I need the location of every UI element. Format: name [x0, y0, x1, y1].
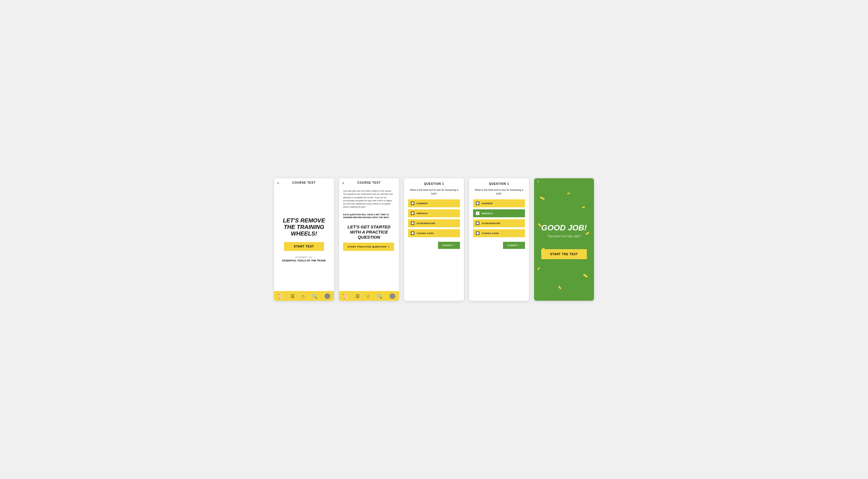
screen-4-question-answered: QUESTION 1 What is the best tool to use …: [469, 178, 529, 301]
screen3-content: QUESTION 1 What is the best tool to use …: [404, 178, 464, 301]
submit-chevron-4: ›: [519, 244, 520, 247]
chevron-right-icon: ›: [388, 245, 389, 248]
nav-book-icon-1[interactable]: 📜: [278, 294, 283, 299]
nav-avatar-1[interactable]: [324, 293, 330, 299]
screen-2-practice: ‹ COURSE TEST This quiz will cover the e…: [339, 178, 399, 301]
screen4-question-text: What is the best tool to use for looseni…: [473, 188, 525, 195]
screen2-title-text: COURSE TEST: [357, 181, 381, 184]
option-label-tuningfork-4: TUNING FORK: [482, 232, 499, 235]
checkbox-tuningfork-4: [476, 232, 479, 235]
screen-1-start: ‹ COURSE TEST LET'S REMOVE THE TRAINING …: [274, 178, 334, 301]
checkbox-wrench-3: [411, 212, 414, 215]
confetti-8: [583, 274, 588, 278]
answer-option-screwdriver-4[interactable]: SCREWDRIVER: [473, 219, 525, 227]
screen3-answer-options: HAMMER WRENCH SCREWDRIVER TUNING FORK: [408, 199, 460, 237]
attempt-info: ATTEMPT 1/2 ESSENTIAL TOOLS OF THE TRADE: [282, 256, 326, 262]
option-label-tuningfork-3: TUNING FORK: [416, 232, 434, 235]
confetti-1: [540, 197, 545, 200]
confetti-10: [558, 286, 561, 289]
checkbox-tuningfork-3: [411, 232, 414, 235]
screen3-question-number: QUESTION 1: [408, 182, 460, 185]
submit-label-3: SUBMIT: [442, 244, 453, 247]
screens-container: ‹ COURSE TEST LET'S REMOVE THE TRAINING …: [274, 178, 594, 301]
screen3-question-text: What is the best tool to use for looseni…: [408, 188, 460, 195]
good-job-title: GOOD JOB!: [541, 224, 587, 232]
nav-book-icon-2[interactable]: 📜: [343, 294, 348, 299]
start-practice-button[interactable]: START PRACTICE QUESTION ›: [343, 243, 394, 251]
start-practice-label: START PRACTICE QUESTION: [348, 245, 386, 248]
submit-button-3[interactable]: SUBMIT ›: [438, 242, 460, 249]
checkbox-hammer-3: [411, 202, 414, 205]
bottom-nav-1: 📜 ☰ ⌂ 🔍: [274, 291, 334, 301]
start-the-test-button[interactable]: START THE TEST: [541, 249, 587, 259]
checkbox-wrench-4: ✓: [476, 212, 479, 215]
screen-3-question: QUESTION 1 What is the best tool to use …: [404, 178, 464, 301]
submit-button-4[interactable]: SUBMIT ›: [503, 242, 525, 249]
confetti-container: [534, 183, 594, 301]
checkbox-hammer-4: [476, 202, 479, 205]
screen3-submit-row: SUBMIT ›: [408, 242, 460, 249]
screen2-practice-title: LET'S GET STARTED WITH A PRACTICE QUESTI…: [343, 225, 395, 240]
screen1-heading: LET'S REMOVE THE TRAINING WHEELS!: [279, 217, 329, 237]
nav-search-icon-1[interactable]: 🔍: [312, 294, 317, 299]
attempt-course: ESSENTIAL TOOLS OF THE TRADE: [282, 259, 326, 262]
confetti-9: [567, 192, 570, 194]
nav-list-icon-2[interactable]: ☰: [355, 294, 360, 299]
answer-option-hammer-4[interactable]: HAMMER: [473, 199, 525, 207]
start-test-button[interactable]: START TEST: [284, 242, 324, 251]
option-label-screwdriver-4: SCREWDRIVER: [482, 222, 500, 225]
checkbox-screwdriver-4: [476, 221, 479, 225]
submit-label-4: SUBMIT: [507, 244, 518, 247]
answer-option-tuningfork-3[interactable]: TUNING FORK: [408, 229, 460, 237]
screen5-content: GOOD JOB! That wasn't too bad, right? ST…: [534, 183, 594, 301]
screen-5-good-job: ‹ GOOD JOB! That wasn't too bad, right? …: [534, 178, 594, 301]
option-label-hammer-3: HAMMER: [416, 202, 428, 205]
screen1-header: ‹ COURSE TEST: [274, 178, 334, 186]
answer-option-screwdriver-3[interactable]: SCREWDRIVER: [408, 219, 460, 227]
back-arrow-5[interactable]: ‹: [537, 179, 539, 183]
answer-option-tuningfork-4[interactable]: TUNING FORK: [473, 229, 525, 237]
screen4-content: QUESTION 1 What is the best tool to use …: [469, 178, 529, 301]
checkbox-screwdriver-3: [411, 221, 414, 225]
screen1-title-text: COURSE TEST: [292, 181, 316, 184]
nav-avatar-2[interactable]: [390, 293, 395, 299]
screen2-description: This quiz will cover the entire content …: [343, 190, 395, 209]
screen4-question-number: QUESTION 1: [473, 182, 525, 185]
bottom-nav-2: 📜 ☰ ⌂ 🔍: [339, 291, 399, 301]
screen2-content: This quiz will cover the entire content …: [339, 186, 399, 291]
submit-chevron-3: ›: [454, 244, 455, 247]
option-label-wrench-3: WRENCH: [416, 212, 428, 215]
answer-option-wrench-4[interactable]: ✓ WRENCH: [473, 209, 525, 217]
good-job-subtitle: That wasn't too bad, right?: [547, 235, 581, 238]
back-arrow-1[interactable]: ‹: [277, 180, 279, 185]
nav-home-icon-2[interactable]: ⌂: [367, 294, 370, 299]
back-arrow-2[interactable]: ‹: [342, 180, 344, 185]
nav-list-icon-1[interactable]: ☰: [290, 294, 294, 299]
option-label-wrench-4: WRENCH: [482, 212, 493, 215]
confetti-7: [537, 267, 540, 270]
screen1-content: LET'S REMOVE THE TRAINING WHEELS! START …: [274, 186, 334, 291]
confetti-4: [585, 232, 589, 235]
confetti-2: [582, 206, 585, 208]
screen2-bold-text: EACH QUESTION WILL HAVE A SET TIME TO AN…: [343, 213, 395, 219]
option-label-screwdriver-3: SCREWDRIVER: [416, 222, 435, 225]
screen5-header: ‹: [534, 178, 594, 183]
nav-home-icon-1[interactable]: ⌂: [302, 294, 305, 299]
answer-option-wrench-3[interactable]: WRENCH: [408, 209, 460, 217]
checkmark-wrench-4: ✓: [476, 212, 479, 215]
nav-search-icon-2[interactable]: 🔍: [377, 294, 382, 299]
screen4-submit-row: SUBMIT ›: [473, 242, 525, 249]
option-label-hammer-4: HAMMER: [482, 202, 493, 205]
screen4-answer-options: HAMMER ✓ WRENCH SCREWDRIVER TUNING FORK: [473, 199, 525, 237]
answer-option-hammer-3[interactable]: HAMMER: [408, 199, 460, 207]
attempt-label: ATTEMPT 1/2: [282, 256, 326, 259]
screen2-header: ‹ COURSE TEST: [339, 178, 399, 186]
